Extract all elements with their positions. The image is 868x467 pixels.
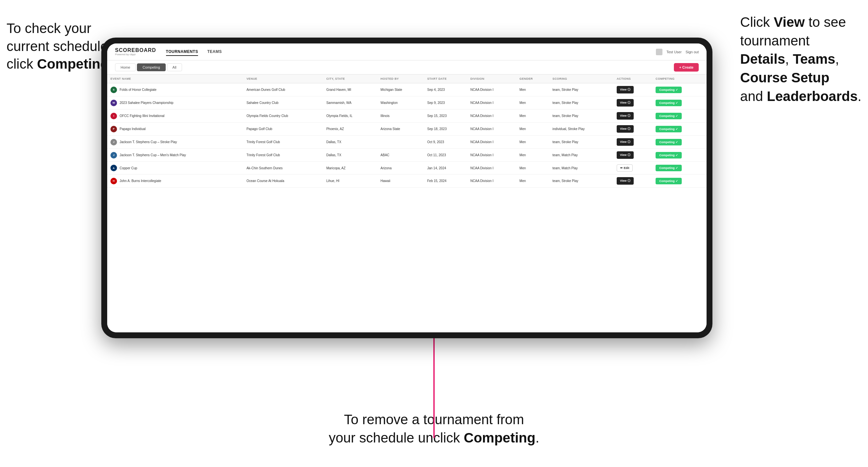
actions-cell: ✏ Edit [613,162,652,175]
city-state-cell: Olympia Fields, IL [323,110,377,123]
scoring-cell: team, Stroke Play [549,83,613,96]
actions-cell: View ⓘ [613,110,652,123]
table-row: W2023 Sahalee Players ChampionshipSahale… [107,96,707,110]
col-actions: ACTIONS [613,74,652,83]
event-name-cell: JJackson T. Stephens Cup – Men's Match P… [107,149,243,162]
table-row: JJackson T. Stephens Cup – Stroke PlayTr… [107,136,707,149]
col-event-name: EVENT NAME [107,74,243,83]
competing-cell: Competing ✓ [652,149,707,162]
hosted-by-cell: ABAC [377,149,424,162]
competing-button[interactable]: Competing ✓ [656,113,682,119]
team-logo: I [111,113,117,119]
venue-cell: American Dunes Golf Club [243,83,323,96]
team-logo: H [111,178,117,184]
user-label: Test User [666,50,681,54]
hosted-by-cell: Illinois [377,110,424,123]
venue-cell: Ak-Chin Southern Dunes [243,162,323,175]
view-button[interactable]: View ⓘ [617,177,634,185]
col-start-date: START DATE [424,74,467,83]
event-name-text: Folds of Honor Collegiate [120,88,157,92]
hosted-by-cell: Arizona [377,162,424,175]
view-button[interactable]: View ⓘ [617,125,634,133]
actions-cell: View ⓘ [613,136,652,149]
city-state-cell: Lihue, HI [323,175,377,188]
competing-button[interactable]: Competing ✓ [656,87,682,93]
signout-link[interactable]: Sign out [686,50,699,54]
division-cell: NCAA Division I [467,83,516,96]
table-row: HJohn A. Burns IntercollegiateOcean Cour… [107,175,707,188]
event-name-cell: JJackson T. Stephens Cup – Stroke Play [107,136,243,149]
city-state-cell: Maricopa, AZ [323,162,377,175]
table-body: SFolds of Honor CollegiateAmerican Dunes… [107,83,707,188]
scoring-cell: team, Match Play [549,162,613,175]
start-date-cell: Feb 15, 2024 [424,175,467,188]
competing-cell: Competing ✓ [652,110,707,123]
gender-cell: Men [516,83,549,96]
competing-button[interactable]: Competing ✓ [656,126,682,132]
col-division: DIVISION [467,74,516,83]
event-name-cell: IOFCC Fighting Illini Invitational [107,110,243,123]
start-date-cell: Sep 9, 2023 [424,96,467,110]
venue-cell: Trinity Forest Golf Club [243,136,323,149]
view-button[interactable]: View ⓘ [617,112,634,120]
actions-cell: View ⓘ [613,83,652,96]
competing-button[interactable]: Competing ✓ [656,178,682,184]
competing-cell: Competing ✓ [652,162,707,175]
view-button[interactable]: View ⓘ [617,151,634,159]
nav-teams[interactable]: TEAMS [207,48,222,56]
competing-cell: Competing ✓ [652,96,707,110]
hosted-by-cell: Hawaii [377,175,424,188]
event-name-text: 2023 Sahalee Players Championship [120,101,174,104]
event-name-text: Jackson T. Stephens Cup – Men's Match Pl… [120,153,186,157]
nav-links: TOURNAMENTS TEAMS [166,48,656,56]
city-state-cell: Grand Haven, MI [323,83,377,96]
event-name-cell: W2023 Sahalee Players Championship [107,96,243,110]
division-cell: NCAA Division I [467,162,516,175]
col-venue: VENUE [243,74,323,83]
tab-all[interactable]: All [167,63,182,71]
brand: SCOREBOARD Powered by clippi [115,48,156,56]
view-button[interactable]: View ⓘ [617,138,634,146]
tab-home[interactable]: Home [115,63,135,71]
view-button[interactable]: View ⓘ [617,99,634,106]
table-header-row: EVENT NAME VENUE CITY, STATE HOSTED BY S… [107,74,707,83]
col-city-state: CITY, STATE [323,74,377,83]
annotation-top-left: To check your current schedule, click Co… [6,20,113,73]
competing-cell: Competing ✓ [652,123,707,136]
tab-competing[interactable]: Competing [137,63,165,71]
gender-cell: Men [516,96,549,110]
venue-cell: Ocean Course At Hokuala [243,175,323,188]
event-name-text: Copper Cup [120,166,137,170]
table-row: ACopper CupAk-Chin Southern DunesMaricop… [107,162,707,175]
competing-cell: Competing ✓ [652,136,707,149]
team-logo: P [111,126,117,132]
scoring-cell: individual, Stroke Play [549,123,613,136]
nav-tournaments[interactable]: TOURNAMENTS [166,48,198,56]
division-cell: NCAA Division I [467,175,516,188]
edit-button[interactable]: ✏ Edit [617,164,633,172]
competing-cell: Competing ✓ [652,83,707,96]
tournaments-table: EVENT NAME VENUE CITY, STATE HOSTED BY S… [107,74,707,188]
event-name-text: John A. Burns Intercollegiate [120,179,161,183]
gender-cell: Men [516,162,549,175]
annotation-bottom: To remove a tournament from your schedul… [329,410,539,447]
start-date-cell: Sep 18, 2023 [424,123,467,136]
create-button[interactable]: + Create [674,63,699,71]
competing-button[interactable]: Competing ✓ [656,100,682,106]
event-name-text: OFCC Fighting Illini Invitational [120,114,164,118]
navbar: SCOREBOARD Powered by clippi TOURNAMENTS… [107,43,707,60]
table-row: IOFCC Fighting Illini InvitationalOlympi… [107,110,707,123]
gender-cell: Men [516,136,549,149]
competing-button[interactable]: Competing ✓ [656,165,682,171]
scoring-cell: team, Stroke Play [549,136,613,149]
start-date-cell: Sep 4, 2023 [424,83,467,96]
event-name-text: Papago Individual [120,127,146,131]
user-icon [656,49,662,55]
scoring-cell: team, Stroke Play [549,175,613,188]
competing-button[interactable]: Competing ✓ [656,152,682,158]
view-button[interactable]: View ⓘ [617,86,634,93]
gender-cell: Men [516,149,549,162]
event-name-text: Jackson T. Stephens Cup – Stroke Play [120,140,177,144]
event-name-cell: HJohn A. Burns Intercollegiate [107,175,243,188]
competing-button[interactable]: Competing ✓ [656,139,682,146]
